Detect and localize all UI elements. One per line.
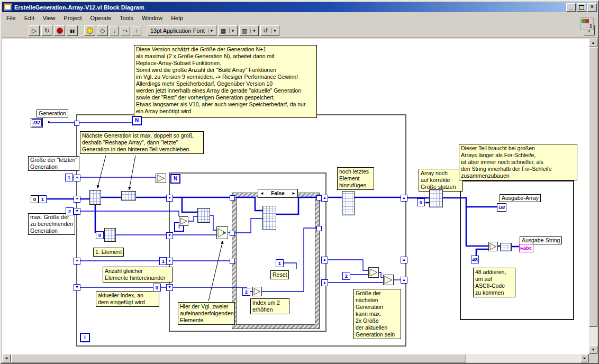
menu-project[interactable]: Project [59,13,86,23]
output-string-indicator[interactable]: ▸abc [519,244,533,252]
scroll-right-button[interactable]: ► [580,354,589,362]
constant-two-increment[interactable]: 2 [242,288,250,296]
vertical-scroll-thumb[interactable] [589,48,597,327]
horizontal-scrollbar[interactable]: ◄ ► [2,354,589,362]
shift-register-up[interactable]: ▲ [401,195,407,202]
tunnel[interactable] [316,226,322,231]
font-dropdown-icon[interactable]: ▼ [208,29,214,33]
scroll-up-button[interactable]: ▲ [589,39,597,47]
equal-compare-node[interactable] [216,226,228,239]
inner-loop-count-terminal[interactable]: N [170,174,180,184]
shift-register-up[interactable]: ▲ [321,257,328,263]
tunnel[interactable] [230,259,235,264]
comment-ascii-offset[interactable]: 48 addieren, um auf ASCII-Code zu kommen [473,268,515,297]
close-button[interactable]: × [587,3,597,12]
replace-array-subset-node[interactable] [262,206,276,230]
constant-zero-trim[interactable]: 0 [417,198,425,206]
abort-button[interactable] [54,25,65,36]
block-diagram[interactable]: ◄ False ► [2,39,589,354]
add-two-node[interactable] [252,287,262,296]
distribute-objects-dropdown[interactable]: ▥ ▼ [239,25,259,36]
shift-register-down[interactable]: ▼ [74,175,80,181]
comment-reset[interactable]: Reset [270,270,289,279]
title-bar[interactable]: ErstelleGeneration-Array-V12.vi Block Di… [2,2,598,12]
scroll-down-button[interactable]: ▼ [589,345,597,354]
append-last-element-node[interactable] [342,191,355,215]
shift-register-up[interactable]: ▲ [401,257,407,263]
tunnel[interactable] [74,121,79,126]
shift-register-up[interactable]: ▲ [321,195,328,202]
comment-next-generation[interactable]: Nächste Generation ist max. doppelt so g… [80,131,204,154]
add-48-node[interactable] [488,242,498,251]
increment-node[interactable] [179,216,188,226]
constant-48[interactable]: 48 [471,256,479,263]
for-loop-iteration-terminal[interactable]: i [80,333,90,342]
case-prev-arrow[interactable]: ◄ [260,190,264,197]
comment-current-index[interactable]: aktueller Index, an dem eingefügt wird [96,291,159,307]
byte-array-to-string-node[interactable] [500,243,512,251]
for-loop-count-terminal[interactable]: N [132,116,142,125]
constant-zero-index[interactable]: 0 [96,231,104,239]
retain-wire-values-button[interactable]: ◇ [97,25,108,36]
index-array-node[interactable] [104,228,116,242]
shift-register-down[interactable]: ▼ [74,258,80,265]
highlight-execution-button[interactable] [84,25,95,36]
reorder-dropdown[interactable]: ↺ ▼ [260,25,279,36]
menu-file[interactable]: File [2,13,20,23]
tunnel[interactable] [316,195,322,201]
step-over-button[interactable]: ↪ [121,26,130,35]
label-generation[interactable]: Generation [37,110,68,117]
array-constant-index[interactable]: 0 [31,195,39,203]
comment-equal-elements[interactable]: Anzahl gleicher Elemente hintereinander [103,267,173,283]
horizontal-scroll-thumb[interactable] [11,354,466,362]
menu-edit[interactable]: Edit [20,13,39,23]
step-out-button[interactable]: ↑ [132,26,141,35]
label-output-array[interactable]: Ausgabe-Array [500,194,541,202]
constant-one-reset[interactable]: 1 [276,259,284,267]
multiply-by-two-node[interactable] [368,267,379,278]
tunnel[interactable] [230,231,235,236]
reorder-dropdown-icon[interactable]: ▼ [271,29,277,33]
shift-register-down[interactable]: ▼ [74,284,80,291]
menu-tools[interactable]: Tools [115,13,138,23]
multiply-node[interactable] [156,174,166,183]
shift-register-down[interactable]: ▼ [74,208,80,215]
reshape-array-node[interactable] [121,191,136,201]
scroll-left-button[interactable]: ◄ [2,354,11,362]
label-last-generation-size[interactable]: Größe der "letzten" Generation [28,156,79,171]
align-objects-dropdown[interactable]: ▦ ▼ [218,25,238,36]
shift-register-down[interactable]: ▼ [166,232,173,239]
comment-next-size[interactable]: Größe der nächsten Generation kann max. … [353,289,401,339]
minimize-button[interactable]: _ [566,3,576,12]
array-constant-element[interactable]: 1 [39,195,47,203]
distribute-dropdown-icon[interactable]: ▼ [250,29,256,33]
comment-last-element[interactable]: noch letztes Element hinzufügen [337,167,374,190]
build-array-node[interactable] [197,208,210,223]
shift-register-down[interactable]: ▼ [166,284,173,291]
case-selector[interactable]: ◄ False ► [258,189,298,198]
comment-compare-note[interactable]: Hier der Vgl. zweier aufeinanderfolgende… [178,302,235,325]
output-array-indicator[interactable]: U8 [497,203,506,212]
maximize-button[interactable] [577,3,586,12]
array-subset-node[interactable] [429,189,443,207]
shift-register-up[interactable]: ▲ [321,279,328,286]
comment-string-build[interactable]: Dieser Teil braucht bei großen Arrays lä… [459,144,577,180]
constant-two-left[interactable]: 2 [66,207,74,215]
shift-register-down[interactable]: ▼ [166,258,173,265]
run-continuous-button[interactable]: ↻ [41,25,52,36]
max-node[interactable] [383,275,394,285]
menu-window[interactable]: Window [138,13,167,23]
comment-version-note[interactable]: Diese Version schätzt die Größe der Gene… [134,45,317,118]
tunnel[interactable] [230,195,235,201]
shift-register-down[interactable]: ▼ [166,195,173,202]
menu-help[interactable]: Help [167,13,187,23]
insert-into-array-node[interactable] [89,190,101,205]
comment-index-increment[interactable]: Index um 2 erhöhen [250,298,289,314]
shift-register-down[interactable]: ▼ [74,196,80,203]
constant-zero-mid[interactable]: 0 [153,284,161,292]
comment-first-element[interactable]: 1. Element [93,248,124,257]
label-output-string[interactable]: Ausgabe-String [520,236,562,244]
case-next-arrow[interactable]: ► [292,190,296,197]
run-button[interactable]: ▷ [29,25,40,36]
shift-register-up[interactable]: ▲ [401,277,407,284]
